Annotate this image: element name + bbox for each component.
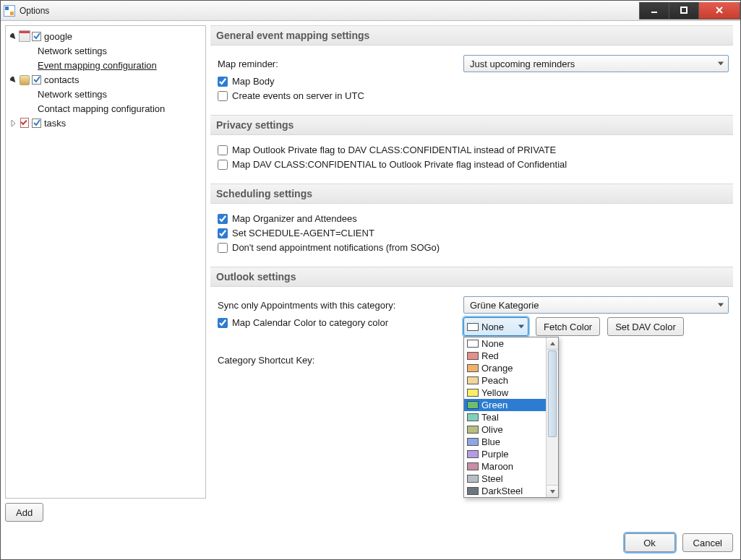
checkbox[interactable] xyxy=(32,119,41,128)
cancel-button[interactable]: Cancel xyxy=(682,533,733,552)
color-dropdown-list[interactable]: NoneRedOrangePeachYellowGreenTealOliveBl… xyxy=(463,337,559,498)
profile-tree[interactable]: google Network settings Event mapping co… xyxy=(5,25,206,499)
add-button[interactable]: Add xyxy=(5,503,43,522)
color-swatch-icon xyxy=(467,352,479,360)
chevron-down-icon xyxy=(718,62,724,66)
dialog-footer: Ok Cancel xyxy=(1,527,740,559)
color-swatch-icon xyxy=(467,450,479,458)
expander-icon[interactable] xyxy=(9,75,17,84)
svg-marker-5 xyxy=(10,77,17,83)
sidebar: google Network settings Event mapping co… xyxy=(5,25,206,527)
scroll-down-icon[interactable] xyxy=(547,485,558,497)
color-option-orange[interactable]: Orange xyxy=(464,362,546,374)
expander-icon[interactable] xyxy=(9,119,17,127)
section-privacy-header: Privacy settings xyxy=(210,115,733,135)
tree-node-contacts[interactable]: contacts xyxy=(7,72,204,87)
color-option-steel[interactable]: Steel xyxy=(464,473,546,485)
tree-label: contacts xyxy=(44,74,79,85)
tasks-icon xyxy=(19,117,30,129)
sync-category-select[interactable]: Grüne Kategorie xyxy=(463,296,729,314)
chevron-down-icon xyxy=(718,303,724,307)
schedule-agent-checkbox[interactable] xyxy=(218,228,228,238)
color-swatch-icon xyxy=(467,462,479,470)
window-controls xyxy=(640,2,740,20)
close-button[interactable] xyxy=(698,2,740,20)
scroll-thumb[interactable] xyxy=(548,350,557,437)
tree-node-tasks[interactable]: tasks xyxy=(7,116,204,130)
color-option-none[interactable]: None xyxy=(464,337,546,350)
content: google Network settings Event mapping co… xyxy=(1,21,740,527)
chevron-down-icon xyxy=(518,325,524,329)
utc-label: Create events on server in UTC xyxy=(232,90,364,101)
checkbox[interactable] xyxy=(32,32,41,41)
minimize-button[interactable] xyxy=(639,2,669,20)
map-organizer-checkbox[interactable] xyxy=(218,214,228,224)
color-option-purple[interactable]: Purple xyxy=(464,448,546,460)
map-reminder-label: Map reminder: xyxy=(218,59,463,69)
section-scheduling-header: Scheduling settings xyxy=(210,184,733,204)
section-general-header: General event mapping settings xyxy=(210,25,733,46)
settings-pane: General event mapping settings Map remin… xyxy=(210,25,736,527)
privacy-confidential-checkbox[interactable] xyxy=(218,145,228,155)
color-option-yellow[interactable]: Yellow xyxy=(464,387,546,399)
maximize-button[interactable] xyxy=(669,2,699,20)
color-swatch-icon xyxy=(467,487,479,495)
map-color-checkbox[interactable] xyxy=(218,318,228,328)
checkbox[interactable] xyxy=(32,75,41,85)
color-swatch-icon xyxy=(467,323,479,331)
tree-child-network[interactable]: Network settings xyxy=(7,87,204,101)
tree-child-contact-mapping[interactable]: Contact mapping configuration xyxy=(7,101,204,116)
svg-marker-6 xyxy=(12,120,15,126)
window-title: Options xyxy=(20,6,640,16)
sogo-notify-checkbox[interactable] xyxy=(218,243,228,253)
tree-node-google[interactable]: google xyxy=(7,29,204,43)
shortcut-key-label: Category Shortcut Key: xyxy=(218,355,463,366)
color-swatch-icon xyxy=(467,401,479,409)
svg-marker-4 xyxy=(10,33,17,40)
color-option-blue[interactable]: Blue xyxy=(464,436,546,448)
color-option-teal[interactable]: Teal xyxy=(464,411,546,423)
color-swatch-icon xyxy=(467,426,479,434)
color-option-olive[interactable]: Olive xyxy=(464,423,546,436)
ok-button[interactable]: Ok xyxy=(625,533,675,552)
color-option-maroon[interactable]: Maroon xyxy=(464,460,546,473)
tree-label: google xyxy=(44,31,72,42)
color-swatch-icon xyxy=(467,413,479,421)
calendar-icon xyxy=(19,30,30,42)
color-swatch-icon xyxy=(467,364,479,372)
svg-marker-7 xyxy=(550,342,555,345)
titlebar[interactable]: Options xyxy=(1,1,740,21)
app-icon xyxy=(4,5,15,17)
color-swatch-icon xyxy=(467,475,479,483)
color-option-darksteel[interactable]: DarkSteel xyxy=(464,485,546,497)
category-color-select[interactable]: None xyxy=(463,317,528,336)
options-window: Options xyxy=(0,0,741,560)
tree-child-network[interactable]: Network settings xyxy=(7,43,204,58)
color-option-peach[interactable]: Peach xyxy=(464,374,546,387)
color-swatch-icon xyxy=(467,389,479,397)
color-option-red[interactable]: Red xyxy=(464,350,546,362)
scrollbar[interactable] xyxy=(546,337,558,497)
color-swatch-icon xyxy=(467,340,479,348)
sync-category-label: Sync only Appointments with this categor… xyxy=(218,300,463,311)
svg-marker-8 xyxy=(550,490,555,494)
svg-rect-1 xyxy=(681,7,687,13)
tree-label: tasks xyxy=(44,118,66,129)
section-outlook-header: Outlook settings xyxy=(210,267,733,287)
color-swatch-icon xyxy=(467,438,479,446)
fetch-color-button[interactable]: Fetch Color xyxy=(536,317,600,336)
map-body-label: Map Body xyxy=(232,76,275,87)
scroll-up-icon[interactable] xyxy=(547,337,558,350)
set-dav-color-button[interactable]: Set DAV Color xyxy=(607,317,684,336)
tree-child-event-mapping[interactable]: Event mapping configuration xyxy=(7,58,204,72)
map-reminder-select[interactable]: Just upcoming reminders xyxy=(463,55,729,72)
utc-checkbox[interactable] xyxy=(218,91,228,101)
color-option-green[interactable]: Green xyxy=(464,399,546,411)
expander-icon[interactable] xyxy=(9,32,17,40)
map-body-checkbox[interactable] xyxy=(218,77,228,87)
contacts-icon xyxy=(19,74,30,85)
color-swatch-icon xyxy=(467,376,479,384)
privacy-reverse-checkbox[interactable] xyxy=(218,160,228,170)
